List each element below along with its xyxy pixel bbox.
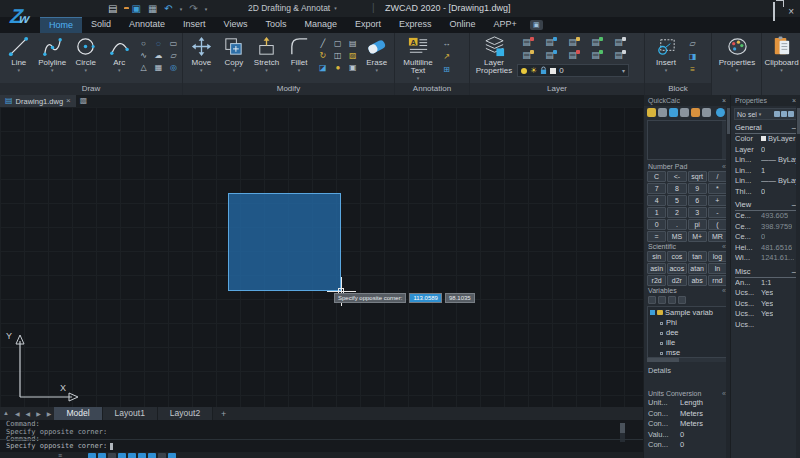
props-row-value[interactable]: —— ByLay: [761, 176, 796, 187]
menu-tab-express[interactable]: Express: [390, 17, 441, 33]
stretch-button[interactable]: Stretch▾: [251, 35, 282, 73]
numpad-key-MS[interactable]: MS: [667, 231, 686, 242]
save-icon[interactable]: ▣: [131, 3, 140, 14]
variables-tool-icon-2[interactable]: [668, 296, 676, 304]
modify-mini-tool-icon-5[interactable]: ▨: [346, 50, 359, 61]
status-toggle-icon-8[interactable]: [168, 453, 176, 458]
multiline-text-button[interactable]: A Multiline Text▾: [398, 35, 438, 81]
draw-panel-label[interactable]: Draw: [0, 83, 182, 95]
menu-tab-tools[interactable]: Tools: [256, 17, 295, 33]
layer-panel-label[interactable]: Layer: [470, 83, 644, 95]
status-toggle-icon-6[interactable]: [148, 453, 156, 458]
sci-key-abs[interactable]: abs: [688, 275, 707, 286]
sci-key-ln[interactable]: ln: [708, 263, 727, 274]
numpad-key-9[interactable]: 9: [688, 183, 707, 194]
layout-tab-layout1[interactable]: Layout1: [103, 407, 158, 420]
menu-tab-manage[interactable]: Manage: [295, 17, 346, 33]
sci-key-atan[interactable]: atan: [688, 263, 707, 274]
props-row-value[interactable]: 0: [761, 232, 765, 243]
drawing-canvas[interactable]: Specify opposite corner: 113.0589 98.103…: [0, 107, 643, 407]
units-conversion-header[interactable]: Units Conversion«: [644, 389, 730, 398]
new-document-tab-icon[interactable]: ▩: [80, 95, 88, 107]
block-panel-label[interactable]: Block: [645, 83, 711, 95]
arc-button[interactable]: Arc▾: [104, 35, 136, 73]
layer-tool-icon-9[interactable]: ▤: [609, 49, 628, 61]
draw-mini-tool-icon-5[interactable]: ▱: [167, 50, 180, 61]
variables-tool-icon-1[interactable]: [658, 296, 666, 304]
props-row-value[interactable]: 1: [761, 166, 765, 177]
erase-button[interactable]: Erase▾: [361, 35, 392, 73]
numpad-key-MR[interactable]: MR: [708, 231, 727, 242]
menu-tab-export[interactable]: Export: [346, 17, 390, 33]
fillet-button[interactable]: Fillet▾: [284, 35, 315, 73]
move-button[interactable]: Move▾: [186, 35, 217, 73]
layer-color-swatch[interactable]: [550, 68, 556, 74]
units-row-value[interactable]: 0: [680, 440, 684, 451]
tree-expander-icon[interactable]: [650, 310, 655, 315]
sci-key-rnd[interactable]: rnd: [708, 275, 727, 286]
copy-button[interactable]: Copy▾: [219, 35, 250, 73]
status-toggle-icon-3[interactable]: [118, 453, 126, 458]
menu-tab-online[interactable]: Online: [441, 17, 485, 33]
numpad-key-3[interactable]: 3: [688, 207, 707, 218]
status-toggle-icon-1[interactable]: [98, 453, 106, 458]
insert-button[interactable]: Insert▾: [648, 35, 684, 73]
quickcalc-tool-icon-1[interactable]: [658, 108, 667, 117]
variable-ille[interactable]: ille: [648, 338, 726, 348]
numpad-key-1[interactable]: 1: [647, 207, 666, 218]
clipboard-button[interactable]: Clipboard▾: [764, 35, 798, 73]
units-row-value[interactable]: Meters: [680, 409, 703, 420]
quickcalc-tool-icon-6[interactable]: [716, 108, 725, 117]
props-row-value[interactable]: 1:1: [761, 278, 771, 289]
props-row-value[interactable]: 0: [761, 145, 765, 156]
layer-properties-button[interactable]: Layer Properties: [473, 35, 515, 75]
draw-mini-tool-icon-7[interactable]: ▦: [152, 62, 165, 73]
props-row-value[interactable]: —— ByLay: [761, 155, 796, 166]
numberpad-header[interactable]: Number Pad«: [644, 162, 730, 171]
modify-mini-tool-icon-8[interactable]: ▣: [346, 62, 359, 73]
sci-key-sin[interactable]: sin: [647, 251, 666, 262]
layer-tool-icon-1[interactable]: ▤: [540, 36, 559, 48]
variables-tool-icon-0[interactable]: [648, 296, 656, 304]
zwcad-logo-icon[interactable]: Zw: [2, 1, 37, 32]
numpad-key-sqrt[interactable]: sqrt: [688, 171, 707, 182]
variable-mse[interactable]: mse: [648, 348, 726, 358]
numpad-key-pi[interactable]: pi: [688, 219, 707, 230]
draw-mini-tool-icon-2[interactable]: ▭: [167, 38, 180, 49]
modify-mini-tool-icon-4[interactable]: ◫: [331, 50, 344, 61]
annotation-mini-tool-icon-2[interactable]: ⊞: [440, 64, 453, 75]
props-section-general[interactable]: General–: [735, 123, 796, 134]
selection-dropdown[interactable]: No sel ▾: [734, 108, 797, 120]
draw-mini-tool-icon-1[interactable]: ◌: [152, 38, 165, 49]
draw-mini-tool-icon-4[interactable]: ☁: [152, 50, 165, 61]
menu-tab-annotate[interactable]: Annotate: [120, 17, 174, 33]
sci-key-cos[interactable]: cos: [667, 251, 686, 262]
variables-root[interactable]: Sample variab: [648, 307, 726, 318]
undo-dropdown-icon[interactable]: ▾: [180, 6, 183, 12]
quickcalc-tool-icon-2[interactable]: [669, 108, 678, 117]
modify-mini-tool-icon-1[interactable]: ▢: [331, 38, 344, 49]
add-layout-icon[interactable]: +: [213, 409, 234, 419]
draw-mini-tool-icon-0[interactable]: ○: [137, 38, 150, 49]
circle-button[interactable]: Circle▾: [70, 35, 102, 73]
dyn-input-y-field[interactable]: 98.1035: [445, 293, 475, 303]
numpad-key-C[interactable]: C: [647, 171, 666, 182]
numpad-key-6[interactable]: 6: [688, 195, 707, 206]
redo-dropdown-icon[interactable]: ▾: [205, 6, 208, 12]
menu-tab-solid[interactable]: Solid: [82, 17, 120, 33]
props-row-value[interactable]: 398.9759: [761, 222, 792, 233]
close-button[interactable]: ×: [788, 7, 794, 17]
layer-tool-icon-5[interactable]: ▤: [517, 49, 536, 61]
layer-tool-icon-7[interactable]: ▤: [563, 49, 582, 61]
properties-scrollbar[interactable]: [796, 106, 800, 458]
numpad-key-.[interactable]: .: [667, 219, 686, 230]
status-toggle-icon-2[interactable]: [108, 453, 116, 458]
numpad-key-([interactable]: (: [708, 219, 727, 230]
units-row-value[interactable]: Length: [680, 398, 703, 409]
props-row-value[interactable]: Yes: [761, 309, 773, 320]
quickcalc-tool-icon-4[interactable]: [691, 108, 700, 117]
props-row-value[interactable]: 1241.61...: [761, 253, 794, 264]
modify-mini-tool-icon-3[interactable]: ↻: [316, 50, 329, 61]
status-toggle-icon-0[interactable]: [88, 453, 96, 458]
redo-icon[interactable]: ↷: [189, 3, 197, 14]
